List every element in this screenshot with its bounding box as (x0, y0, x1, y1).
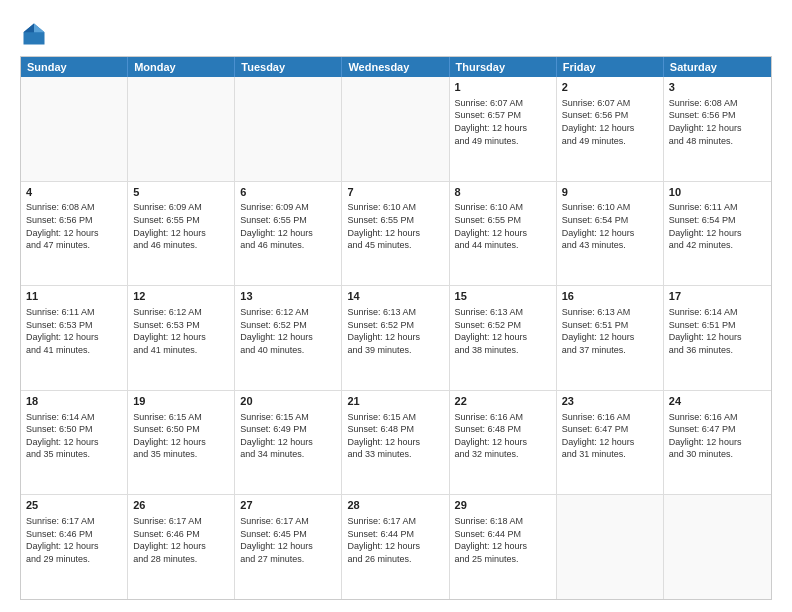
calendar-cell-day-29: 29Sunrise: 6:18 AM Sunset: 6:44 PM Dayli… (450, 495, 557, 599)
cell-detail: Sunrise: 6:09 AM Sunset: 6:55 PM Dayligh… (133, 201, 229, 251)
calendar-cell-day-22: 22Sunrise: 6:16 AM Sunset: 6:48 PM Dayli… (450, 391, 557, 495)
calendar-cell-day-25: 25Sunrise: 6:17 AM Sunset: 6:46 PM Dayli… (21, 495, 128, 599)
cell-detail: Sunrise: 6:08 AM Sunset: 6:56 PM Dayligh… (26, 201, 122, 251)
calendar-cell-day-6: 6Sunrise: 6:09 AM Sunset: 6:55 PM Daylig… (235, 182, 342, 286)
svg-marker-1 (34, 24, 45, 33)
calendar-cell-day-10: 10Sunrise: 6:11 AM Sunset: 6:54 PM Dayli… (664, 182, 771, 286)
calendar-row-1: 4Sunrise: 6:08 AM Sunset: 6:56 PM Daylig… (21, 181, 771, 286)
header (20, 16, 772, 48)
calendar-cell-day-13: 13Sunrise: 6:12 AM Sunset: 6:52 PM Dayli… (235, 286, 342, 390)
header-cell-wednesday: Wednesday (342, 57, 449, 77)
day-number: 10 (669, 185, 766, 200)
header-cell-monday: Monday (128, 57, 235, 77)
day-number: 28 (347, 498, 443, 513)
day-number: 14 (347, 289, 443, 304)
day-number: 24 (669, 394, 766, 409)
calendar-row-4: 25Sunrise: 6:17 AM Sunset: 6:46 PM Dayli… (21, 494, 771, 599)
day-number: 27 (240, 498, 336, 513)
day-number: 5 (133, 185, 229, 200)
cell-detail: Sunrise: 6:12 AM Sunset: 6:52 PM Dayligh… (240, 306, 336, 356)
cell-detail: Sunrise: 6:11 AM Sunset: 6:54 PM Dayligh… (669, 201, 766, 251)
day-number: 1 (455, 80, 551, 95)
day-number: 15 (455, 289, 551, 304)
calendar-cell-day-19: 19Sunrise: 6:15 AM Sunset: 6:50 PM Dayli… (128, 391, 235, 495)
cell-detail: Sunrise: 6:17 AM Sunset: 6:46 PM Dayligh… (133, 515, 229, 565)
calendar-cell-empty (21, 77, 128, 181)
day-number: 26 (133, 498, 229, 513)
cell-detail: Sunrise: 6:12 AM Sunset: 6:53 PM Dayligh… (133, 306, 229, 356)
calendar-row-2: 11Sunrise: 6:11 AM Sunset: 6:53 PM Dayli… (21, 285, 771, 390)
header-cell-saturday: Saturday (664, 57, 771, 77)
calendar-body: 1Sunrise: 6:07 AM Sunset: 6:57 PM Daylig… (21, 77, 771, 599)
day-number: 23 (562, 394, 658, 409)
calendar-cell-day-15: 15Sunrise: 6:13 AM Sunset: 6:52 PM Dayli… (450, 286, 557, 390)
calendar: SundayMondayTuesdayWednesdayThursdayFrid… (20, 56, 772, 600)
header-cell-sunday: Sunday (21, 57, 128, 77)
cell-detail: Sunrise: 6:17 AM Sunset: 6:44 PM Dayligh… (347, 515, 443, 565)
calendar-cell-day-21: 21Sunrise: 6:15 AM Sunset: 6:48 PM Dayli… (342, 391, 449, 495)
cell-detail: Sunrise: 6:16 AM Sunset: 6:48 PM Dayligh… (455, 411, 551, 461)
day-number: 29 (455, 498, 551, 513)
day-number: 11 (26, 289, 122, 304)
calendar-cell-day-4: 4Sunrise: 6:08 AM Sunset: 6:56 PM Daylig… (21, 182, 128, 286)
day-number: 4 (26, 185, 122, 200)
day-number: 3 (669, 80, 766, 95)
calendar-cell-day-5: 5Sunrise: 6:09 AM Sunset: 6:55 PM Daylig… (128, 182, 235, 286)
calendar-cell-empty (557, 495, 664, 599)
cell-detail: Sunrise: 6:09 AM Sunset: 6:55 PM Dayligh… (240, 201, 336, 251)
calendar-cell-day-18: 18Sunrise: 6:14 AM Sunset: 6:50 PM Dayli… (21, 391, 128, 495)
cell-detail: Sunrise: 6:18 AM Sunset: 6:44 PM Dayligh… (455, 515, 551, 565)
cell-detail: Sunrise: 6:10 AM Sunset: 6:55 PM Dayligh… (455, 201, 551, 251)
calendar-cell-day-2: 2Sunrise: 6:07 AM Sunset: 6:56 PM Daylig… (557, 77, 664, 181)
calendar-cell-day-12: 12Sunrise: 6:12 AM Sunset: 6:53 PM Dayli… (128, 286, 235, 390)
cell-detail: Sunrise: 6:10 AM Sunset: 6:54 PM Dayligh… (562, 201, 658, 251)
cell-detail: Sunrise: 6:17 AM Sunset: 6:45 PM Dayligh… (240, 515, 336, 565)
calendar-cell-empty (128, 77, 235, 181)
day-number: 25 (26, 498, 122, 513)
cell-detail: Sunrise: 6:16 AM Sunset: 6:47 PM Dayligh… (669, 411, 766, 461)
day-number: 7 (347, 185, 443, 200)
cell-detail: Sunrise: 6:13 AM Sunset: 6:51 PM Dayligh… (562, 306, 658, 356)
calendar-cell-empty (235, 77, 342, 181)
calendar-cell-day-9: 9Sunrise: 6:10 AM Sunset: 6:54 PM Daylig… (557, 182, 664, 286)
cell-detail: Sunrise: 6:16 AM Sunset: 6:47 PM Dayligh… (562, 411, 658, 461)
calendar-cell-day-3: 3Sunrise: 6:08 AM Sunset: 6:56 PM Daylig… (664, 77, 771, 181)
calendar-header: SundayMondayTuesdayWednesdayThursdayFrid… (21, 57, 771, 77)
calendar-cell-day-7: 7Sunrise: 6:10 AM Sunset: 6:55 PM Daylig… (342, 182, 449, 286)
day-number: 13 (240, 289, 336, 304)
cell-detail: Sunrise: 6:10 AM Sunset: 6:55 PM Dayligh… (347, 201, 443, 251)
day-number: 19 (133, 394, 229, 409)
calendar-row-3: 18Sunrise: 6:14 AM Sunset: 6:50 PM Dayli… (21, 390, 771, 495)
calendar-cell-day-14: 14Sunrise: 6:13 AM Sunset: 6:52 PM Dayli… (342, 286, 449, 390)
day-number: 9 (562, 185, 658, 200)
svg-marker-2 (24, 24, 35, 33)
header-cell-friday: Friday (557, 57, 664, 77)
day-number: 6 (240, 185, 336, 200)
cell-detail: Sunrise: 6:14 AM Sunset: 6:50 PM Dayligh… (26, 411, 122, 461)
calendar-cell-day-11: 11Sunrise: 6:11 AM Sunset: 6:53 PM Dayli… (21, 286, 128, 390)
cell-detail: Sunrise: 6:07 AM Sunset: 6:57 PM Dayligh… (455, 97, 551, 147)
logo-icon (20, 20, 48, 48)
cell-detail: Sunrise: 6:08 AM Sunset: 6:56 PM Dayligh… (669, 97, 766, 147)
calendar-cell-day-8: 8Sunrise: 6:10 AM Sunset: 6:55 PM Daylig… (450, 182, 557, 286)
day-number: 18 (26, 394, 122, 409)
calendar-cell-day-27: 27Sunrise: 6:17 AM Sunset: 6:45 PM Dayli… (235, 495, 342, 599)
cell-detail: Sunrise: 6:13 AM Sunset: 6:52 PM Dayligh… (347, 306, 443, 356)
cell-detail: Sunrise: 6:15 AM Sunset: 6:48 PM Dayligh… (347, 411, 443, 461)
calendar-cell-day-20: 20Sunrise: 6:15 AM Sunset: 6:49 PM Dayli… (235, 391, 342, 495)
day-number: 16 (562, 289, 658, 304)
day-number: 17 (669, 289, 766, 304)
calendar-cell-empty (342, 77, 449, 181)
header-cell-tuesday: Tuesday (235, 57, 342, 77)
cell-detail: Sunrise: 6:15 AM Sunset: 6:50 PM Dayligh… (133, 411, 229, 461)
calendar-cell-day-23: 23Sunrise: 6:16 AM Sunset: 6:47 PM Dayli… (557, 391, 664, 495)
calendar-cell-day-24: 24Sunrise: 6:16 AM Sunset: 6:47 PM Dayli… (664, 391, 771, 495)
day-number: 22 (455, 394, 551, 409)
page: SundayMondayTuesdayWednesdayThursdayFrid… (0, 0, 792, 612)
calendar-cell-empty (664, 495, 771, 599)
cell-detail: Sunrise: 6:17 AM Sunset: 6:46 PM Dayligh… (26, 515, 122, 565)
calendar-cell-day-26: 26Sunrise: 6:17 AM Sunset: 6:46 PM Dayli… (128, 495, 235, 599)
day-number: 2 (562, 80, 658, 95)
day-number: 12 (133, 289, 229, 304)
header-cell-thursday: Thursday (450, 57, 557, 77)
